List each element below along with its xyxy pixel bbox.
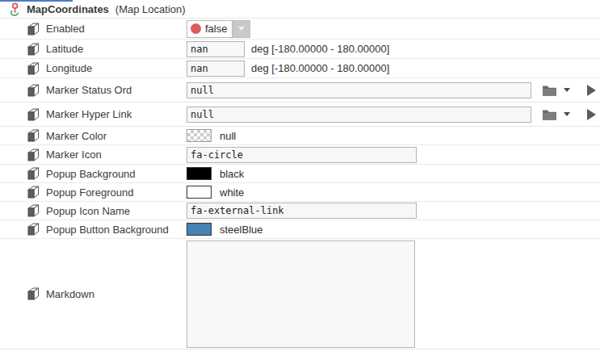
popup-foreground-swatch[interactable] — [187, 186, 212, 199]
longitude-input[interactable] — [187, 61, 245, 77]
markdown-textarea[interactable] — [187, 241, 415, 348]
component-title: MapCoordinates — [27, 3, 109, 15]
popup-background-swatch[interactable] — [187, 167, 212, 180]
enabled-dropdown-field[interactable]: false — [187, 20, 233, 38]
component-cube-icon — [27, 204, 40, 217]
component-cube-icon — [27, 62, 40, 75]
property-label: Markdown — [46, 288, 94, 300]
marker-color-swatch[interactable] — [187, 129, 212, 142]
component-cube-icon — [27, 129, 40, 142]
enabled-dropdown-button[interactable] — [233, 20, 250, 38]
play-arrow-icon — [587, 85, 596, 96]
property-label: Popup Background — [46, 168, 136, 180]
property-row-popup-button-background: Popup Button Background steelBlue — [0, 220, 600, 239]
property-row-popup-icon-name: Popup Icon Name — [0, 202, 600, 220]
ord-chooser-button[interactable] — [542, 109, 570, 120]
property-row-marker-color: Marker Color null — [0, 127, 600, 145]
marker-color-value: null — [220, 130, 236, 142]
property-label: Popup Button Background — [46, 224, 169, 236]
property-row-latitude: Latitude deg [-180.00000 - 180.00000] — [0, 40, 600, 59]
active-tab-indicator — [0, 0, 73, 2]
property-label: Longitude — [46, 62, 92, 74]
longitude-unit-range: deg [-180.00000 - 180.00000] — [251, 62, 389, 74]
enabled-value: false — [205, 23, 227, 35]
hyperlink-go-button[interactable] — [587, 85, 596, 96]
enabled-dropdown[interactable]: false — [187, 20, 250, 38]
sheet-header: MapCoordinates (Map Location) — [0, 0, 600, 19]
marker-status-ord-input[interactable] — [187, 82, 531, 98]
property-label: Enabled — [46, 23, 85, 35]
property-row-markdown: Markdown — [0, 239, 600, 349]
chevron-down-icon — [564, 112, 570, 116]
property-label: Marker Icon — [46, 149, 102, 161]
map-pin-icon — [8, 2, 21, 16]
property-label: Marker Hyper Link — [46, 108, 132, 120]
folder-icon — [542, 109, 557, 120]
play-arrow-icon — [587, 109, 596, 120]
component-cube-icon — [27, 23, 40, 36]
popup-foreground-value: white — [220, 186, 244, 199]
property-row-enabled: Enabled false — [0, 19, 600, 40]
popup-button-background-swatch[interactable] — [187, 223, 212, 236]
false-status-dot — [191, 23, 201, 34]
popup-background-value: black — [220, 168, 244, 180]
property-label: Popup Icon Name — [46, 205, 130, 217]
property-label: Latitude — [46, 43, 83, 55]
property-label: Marker Status Ord — [46, 84, 132, 96]
component-cube-icon — [27, 108, 40, 121]
popup-button-background-value: steelBlue — [220, 224, 262, 236]
component-cube-icon — [27, 84, 40, 97]
folder-icon — [542, 85, 557, 96]
component-cube-icon — [27, 43, 40, 56]
property-row-marker-hyper-link: Marker Hyper Link — [0, 103, 600, 127]
chevron-down-icon — [564, 88, 570, 92]
latitude-unit-range: deg [-180.00000 - 180.00000] — [251, 43, 389, 55]
component-cube-icon — [27, 186, 40, 199]
hyperlink-go-button[interactable] — [587, 109, 596, 120]
component-cube-icon — [27, 223, 40, 236]
property-row-popup-foreground: Popup Foreground white — [0, 183, 600, 202]
latitude-input[interactable] — [187, 41, 245, 57]
component-cube-icon — [27, 167, 40, 180]
popup-icon-name-input[interactable] — [187, 203, 417, 219]
marker-hyper-link-input[interactable] — [187, 107, 531, 123]
property-sheet: MapCoordinates (Map Location) Enabled fa… — [0, 0, 600, 364]
property-row-popup-background: Popup Background black — [0, 165, 600, 183]
component-cube-icon — [27, 149, 40, 161]
marker-icon-input[interactable] — [187, 147, 417, 163]
component-cube-icon — [27, 287, 40, 300]
component-type: (Map Location) — [115, 3, 186, 15]
property-label: Marker Color — [46, 130, 107, 142]
ord-chooser-button[interactable] — [542, 85, 570, 96]
property-row-longitude: Longitude deg [-180.00000 - 180.00000] — [0, 59, 600, 78]
property-label: Popup Foreground — [46, 186, 133, 199]
property-row-marker-icon: Marker Icon — [0, 145, 600, 165]
property-row-marker-status-ord: Marker Status Ord — [0, 78, 600, 103]
chevron-down-icon — [238, 27, 245, 31]
